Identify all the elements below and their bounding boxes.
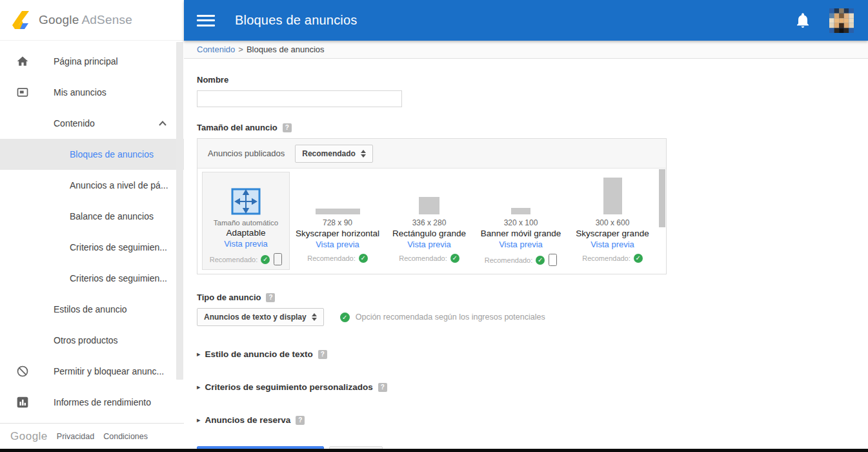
recommended-label: Recomendado: [485,256,533,264]
ad-size-cards: Tamaño automático Adaptable Vista previa… [197,169,666,274]
sidebar-item-label: Criterios de seguimien... [0,242,167,252]
privacy-link[interactable]: Privacidad [57,432,94,441]
mobile-icon [549,254,557,266]
sidebar-item-permitir-bloquear[interactable]: Permitir y bloquear anunc... [0,356,184,387]
terms-link[interactable]: Condiciones [103,432,148,441]
responsive-size-icon [231,188,261,215]
ad-type-value: Anuncios de texto y display [204,313,307,322]
ad-size-label-text: Tamaño del anuncio [197,123,278,132]
sidebar-item-label: Criterios de seguimien... [0,273,167,283]
card-size-label: 300 x 600 [569,218,656,227]
ad-size-card-320x100[interactable]: 320 x 100 Banner móvil grande Vista prev… [477,172,565,270]
section-label: Estilo de anuncio de texto [205,349,313,359]
ad-size-card-336x280[interactable]: 336 x 280 Rectángulo grande Vista previa… [385,172,473,270]
brand-wordmark: GoogleAdSense [39,13,132,27]
sidebar-item-label: Contenido [0,118,95,128]
bar-chart-icon [16,396,29,409]
ad-size-panel: Anuncios publicados Recomendado [197,138,667,274]
ad-size-card-adaptable[interactable]: Tamaño automático Adaptable Vista previa… [202,172,290,270]
preview-link[interactable]: Vista previa [385,240,473,249]
appbar-actions [796,8,868,33]
caret-right-icon: ▸ [197,383,201,391]
ad-sizes-scrollbar[interactable] [659,169,665,227]
ad-size-card-300x600[interactable]: 300 x 600 Skyscraper grande Vista previa… [569,172,656,270]
size-rect [511,208,530,214]
sidebar-item-estilos-de-anuncio[interactable]: Estilos de anuncio [0,294,184,325]
check-circle-icon: ✓ [536,256,545,265]
card-size-label: 320 x 100 [477,218,565,227]
sidebar-item-informes-rendimiento[interactable]: Informes de rendimiento [0,387,184,418]
home-icon [16,55,29,68]
section-label: Anuncios de reserva [205,415,291,425]
ad-size-card-728x90[interactable]: 728 x 90 Skyscraper horizontal Vista pre… [294,172,381,270]
size-rect [419,197,439,214]
page-title: Bloques de anuncios [235,13,358,28]
check-circle-icon: ✓ [634,254,643,263]
help-icon[interactable]: ? [283,123,292,132]
help-icon[interactable]: ? [296,416,305,425]
ad-type-label-text: Tipo de anuncio [197,293,261,302]
sidebar-item-label: Bloques de anuncios [0,149,154,159]
published-ads-label: Anuncios publicados [208,149,285,158]
sidebar-item-criterios-seguimiento-2[interactable]: Criterios de seguimien... [0,263,184,294]
help-icon[interactable]: ? [378,383,387,392]
card-size-label: 728 x 90 [294,218,381,227]
size-rect [316,209,360,214]
breadcrumb-parent-link[interactable]: Contenido [197,45,235,54]
name-input[interactable] [197,90,402,107]
size-filter-value: Recomendado [302,149,356,158]
card-title: Rectángulo grande [385,229,473,238]
size-rect [603,178,622,214]
check-circle-icon: ✓ [359,254,368,263]
notifications-icon[interactable] [796,13,810,28]
sidebar-item-pagina-principal[interactable]: Página principal [0,46,184,77]
preview-link[interactable]: Vista previa [569,240,656,249]
preview-link[interactable]: Vista previa [294,240,381,249]
help-icon[interactable]: ? [318,350,327,359]
sidebar-item-label: Estilos de anuncio [0,304,127,314]
sidebar-item-criterios-seguimiento-1[interactable]: Criterios de seguimien... [0,232,184,263]
name-field-label: Nombre [197,75,868,85]
card-footer: Recomendado: ✓ [294,254,381,267]
sidebar-item-mis-anuncios[interactable]: Mis anuncios [0,77,184,108]
mobile-icon [274,253,282,265]
size-preview-area [569,174,656,214]
avatar[interactable] [829,8,854,33]
sidebar-scrollbar[interactable] [176,42,183,380]
help-icon[interactable]: ? [266,293,275,302]
size-preview-area [294,174,381,214]
breadcrumb: Contenido > Bloques de anuncios [184,41,868,59]
sidebar-item-contenido[interactable]: Contenido [0,108,184,139]
card-title: Skyscraper horizontal [294,229,381,238]
size-preview-area [385,174,473,214]
preview-link[interactable]: Vista previa [203,239,289,249]
sidebar-item-otros-productos[interactable]: Otros productos [0,325,184,356]
card-title: Skyscraper grande [569,229,656,238]
recommended-label: Recomendado: [582,254,631,262]
caret-right-icon: ▸ [197,416,201,424]
sidebar-item-anuncios-nivel-pagina[interactable]: Anuncios a nivel de pá... [0,170,184,201]
section-criterios-seguimiento[interactable]: ▸ Criterios de seguimiento personalizado… [197,382,868,392]
card-footer: Recomendado: ✓ [203,253,289,269]
check-circle-icon: ✓ [261,255,270,264]
ad-size-section-label: Tamaño del anuncio ? [197,123,868,132]
card-title: Banner móvil grande [477,229,565,238]
breadcrumb-separator: > [238,45,243,54]
sidebar: GoogleAdSense Página principal Mis anunc… [0,0,184,449]
size-preview-area [477,174,565,214]
block-icon [16,365,29,378]
caret-right-icon: ▸ [197,350,201,358]
ad-type-select[interactable]: Anuncios de texto y display [197,308,324,326]
sidebar-item-balance-de-anuncios[interactable]: Balance de anuncios [0,201,184,232]
section-anuncios-reserva[interactable]: ▸ Anuncios de reserva ? [197,415,868,425]
menu-icon[interactable] [197,15,215,26]
sort-arrows-icon [312,313,317,321]
card-footer: Recomendado: ✓ [385,254,473,267]
adsense-logo-icon [9,10,31,30]
sidebar-item-bloques-de-anuncios[interactable]: Bloques de anuncios [0,139,184,170]
size-filter-select[interactable]: Recomendado [295,145,373,163]
section-estilo-anuncio-texto[interactable]: ▸ Estilo de anuncio de texto ? [197,349,868,359]
card-auto-label: Tamaño automático [203,219,289,227]
preview-link[interactable]: Vista previa [477,240,565,249]
check-circle-icon: ✓ [340,313,350,322]
